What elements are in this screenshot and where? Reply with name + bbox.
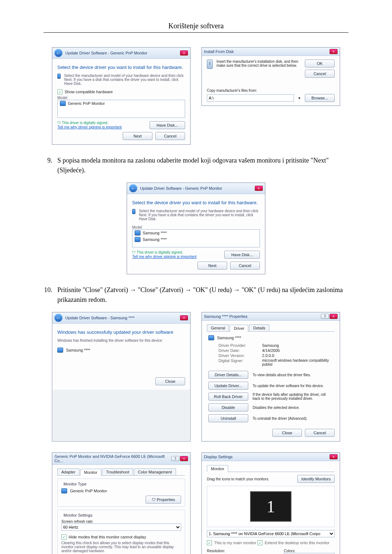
driver-properties-dialog: Samsung **** Properties ?× General Drive… bbox=[201, 312, 340, 442]
update-driver-button[interactable]: Update Driver... bbox=[208, 382, 248, 390]
model-item[interactable]: Generic PnP Monitor bbox=[68, 101, 105, 106]
dialog-heading: Select the device driver you want to ins… bbox=[132, 200, 260, 205]
disable-desc: Disables the selected device. bbox=[253, 406, 333, 410]
monitor-icon bbox=[57, 348, 63, 353]
tab-driver[interactable]: Driver bbox=[230, 325, 248, 332]
tab-general[interactable]: General bbox=[207, 324, 229, 331]
model-item[interactable]: Samsung **** bbox=[143, 231, 167, 235]
model-heading: Model bbox=[57, 96, 185, 100]
signed-text: This driver is digitally signed. bbox=[62, 121, 109, 125]
tab-monitor[interactable]: Monitor bbox=[207, 465, 228, 472]
close-icon[interactable]: × bbox=[180, 50, 188, 56]
next-button[interactable]: Next bbox=[197, 262, 227, 270]
ok-button[interactable]: OK bbox=[305, 59, 335, 67]
cancel-button[interactable]: Cancel bbox=[305, 429, 335, 437]
dialog-title: Samsung **** Properties bbox=[204, 314, 248, 319]
drag-hint: Drag the icons to match your monitors. bbox=[207, 477, 269, 481]
identify-monitors-button[interactable]: Identify Monitors bbox=[297, 475, 335, 483]
rollback-desc: If the device fails after updating the d… bbox=[253, 393, 333, 401]
tab-troubleshoot[interactable]: Troubleshoot bbox=[102, 468, 133, 475]
dialog-title: Update Driver Software - Samsung **** bbox=[65, 316, 135, 320]
version-label: Driver Version: bbox=[219, 353, 258, 358]
model-item[interactable]: Samsung **** bbox=[143, 237, 167, 242]
main-monitor-label: This is my main monitor bbox=[214, 541, 256, 545]
monitor-icon bbox=[61, 488, 67, 493]
back-icon[interactable]: ← bbox=[54, 49, 62, 57]
step-10: 10. Pritisnite "Close" (Zatvori) → "Clos… bbox=[44, 285, 348, 305]
date-value: 4/14/2005 bbox=[262, 348, 333, 353]
tab-adapter[interactable]: Adapter bbox=[57, 468, 79, 475]
uninstall-button[interactable]: Uninstall bbox=[208, 414, 248, 422]
close-icon[interactable]: × bbox=[180, 315, 188, 320]
refresh-label: Screen refresh rate: bbox=[61, 520, 181, 524]
driver-details-button[interactable]: Driver Details... bbox=[208, 371, 248, 379]
monitor-preview[interactable]: 1 bbox=[250, 491, 291, 522]
disk-icon bbox=[207, 59, 213, 69]
back-icon[interactable]: ← bbox=[54, 314, 62, 322]
refresh-select[interactable]: 60 Hertz bbox=[61, 524, 181, 531]
update-driver-dialog-2: ← Update Driver Software - Generic PnP M… bbox=[127, 182, 265, 274]
sub-text: Windows has finished installing the driv… bbox=[57, 338, 185, 342]
tab-monitor[interactable]: Monitor bbox=[80, 469, 102, 476]
version-value: 2.0.0.0 bbox=[262, 353, 333, 358]
monitor-combo[interactable]: 1. Samsung **** on NVIDIA GeForce 6600 L… bbox=[207, 530, 335, 537]
close-button[interactable]: Close bbox=[155, 377, 185, 385]
next-button[interactable]: Next bbox=[123, 132, 152, 140]
monitor-icon bbox=[208, 335, 214, 340]
hide-modes-label: Hide modes that this monitor cannot disp… bbox=[69, 535, 146, 539]
checkbox-main-monitor: ✓ bbox=[207, 540, 212, 545]
extend-desktop-label: Extend the desktop onto this monitor bbox=[265, 541, 330, 545]
cancel-button[interactable]: Cancel bbox=[155, 132, 185, 140]
close-icon[interactable]: × bbox=[330, 314, 338, 319]
monitor-adapter-dialog: Generic PnP Monitor and NVIDIA GeForce 6… bbox=[52, 452, 191, 554]
device-name: Samsung **** bbox=[217, 336, 241, 340]
page-header: Korištenje softvera bbox=[44, 22, 348, 30]
close-icon[interactable]: × bbox=[255, 186, 263, 191]
device-name: Samsung **** bbox=[66, 348, 90, 352]
copy-from-label: Copy manufacturer's files from: bbox=[207, 89, 335, 93]
monitor-icon bbox=[60, 101, 66, 106]
checkbox-show-compatible[interactable]: ✓ bbox=[57, 89, 62, 94]
have-disk-button[interactable]: Have Disk... bbox=[150, 121, 185, 129]
dialog-description: Select the manufacturer and model of you… bbox=[139, 209, 260, 221]
close-icon[interactable]: × bbox=[180, 456, 188, 461]
monitor-type-value: Generic PnP Monitor bbox=[70, 489, 107, 493]
model-list[interactable]: Samsung **** Samsung **** bbox=[132, 229, 260, 247]
close-button[interactable]: Close bbox=[272, 429, 302, 437]
rollback-button[interactable]: Roll Back Driver bbox=[208, 393, 248, 401]
signed-text: This driver is digitally signed. bbox=[137, 250, 183, 254]
monitor-settings-legend: Monitor Settings bbox=[62, 513, 94, 517]
help-icon[interactable]: ? bbox=[171, 456, 179, 461]
install-from-disk-dialog: Install From Disk × Insert the manufactu… bbox=[201, 47, 340, 106]
back-icon[interactable]: ← bbox=[129, 184, 137, 192]
cancel-button[interactable]: Cancel bbox=[230, 262, 260, 270]
checkbox-hide-modes[interactable]: ✓ bbox=[61, 534, 66, 539]
properties-button[interactable]: 🛡 Properties bbox=[146, 496, 181, 504]
update-finished-dialog: ← Update Driver Software - Samsung **** … bbox=[52, 312, 191, 442]
driver-details-desc: To view details about the driver files. bbox=[253, 373, 333, 377]
close-icon[interactable]: × bbox=[330, 49, 338, 54]
update-driver-dialog-1: ← Update Driver Software - Generic PnP M… bbox=[52, 47, 191, 145]
monitor-icon bbox=[135, 230, 140, 235]
help-icon[interactable]: ? bbox=[321, 314, 329, 319]
step-text: Pritisnite "Close" (Zatvori) → "Close" (… bbox=[57, 285, 348, 305]
signer-label: Digital Signer: bbox=[219, 358, 258, 366]
tab-color-management[interactable]: Color Management bbox=[134, 468, 176, 475]
resolution-label: Resolution: bbox=[207, 549, 277, 553]
date-label: Driver Date: bbox=[219, 348, 258, 353]
signing-info-link[interactable]: Tell me why driver signing is important bbox=[132, 254, 196, 259]
monitor-icon bbox=[57, 74, 61, 79]
step-number: 9. bbox=[44, 156, 52, 175]
hide-modes-desc: Clearing this check box allows you to se… bbox=[61, 541, 181, 553]
model-list[interactable]: Generic PnP Monitor bbox=[57, 100, 185, 118]
cancel-button[interactable]: Cancel bbox=[305, 70, 335, 78]
tab-details[interactable]: Details bbox=[249, 324, 269, 331]
signing-info-link[interactable]: Tell me why driver signing is important bbox=[57, 125, 122, 129]
close-icon[interactable]: × bbox=[330, 454, 338, 459]
dropdown-icon[interactable]: ▾ bbox=[297, 96, 302, 100]
disable-button[interactable]: Disable bbox=[208, 403, 248, 411]
colors-label: Colors: bbox=[284, 549, 335, 553]
have-disk-button[interactable]: Have Disk... bbox=[224, 251, 260, 259]
browse-button[interactable]: Browse... bbox=[305, 94, 335, 102]
path-input[interactable] bbox=[207, 94, 294, 102]
